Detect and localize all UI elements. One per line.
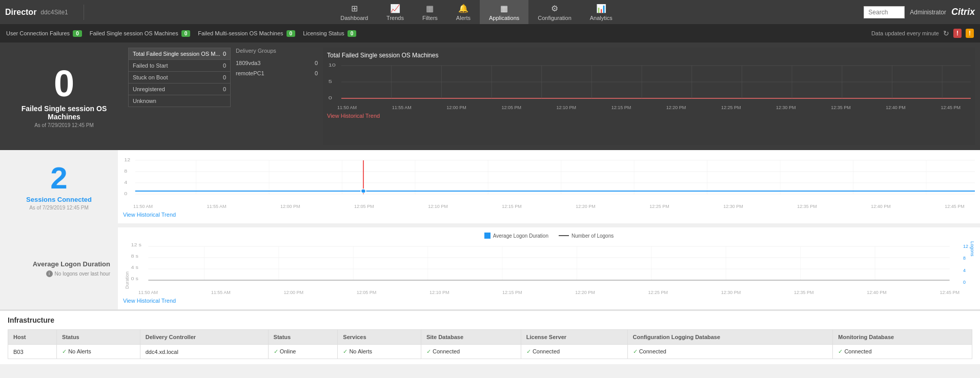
svg-text:0: 0 — [124, 191, 127, 196]
refresh-icon[interactable]: ↻ — [943, 29, 949, 37]
cell-status: ✓ No Alerts — [57, 345, 140, 359]
alert-failed-multi-badge: 0 — [287, 30, 296, 37]
failed-chart-title: Total Failed Single session OS Machines — [327, 52, 971, 59]
logon-row: Average Logon Duration i No logons over … — [0, 227, 980, 309]
nav-user[interactable]: Administrator — [910, 9, 946, 16]
svg-point-40 — [361, 189, 365, 193]
sessions-chart-svg: 12 8 4 0 — [123, 155, 975, 201]
svg-text:8 s: 8 s — [131, 254, 138, 259]
failed-chart-x-labels: 11:50 AM 11:55 AM 12:00 PM 12:05 PM 12:1… — [327, 105, 971, 110]
legend-avg-box — [484, 233, 491, 239]
cell-monitor-db-text: Connected — [844, 348, 871, 354]
nav-item-analytics[interactable]: 📊 Analytics — [581, 0, 622, 24]
alert-failed-multi[interactable]: Failed Multi-session OS Machines 0 — [198, 30, 295, 37]
check-icon-license: ✓ — [526, 348, 533, 354]
infrastructure-section: Infrastructure Host Status Delivery Cont… — [0, 309, 980, 364]
logon-chart-container: Duration 12 s 8 s 4 s 0 s — [123, 241, 975, 289]
delivery-label-1: remotePC1 — [236, 70, 264, 76]
alert-failed-single-badge: 0 — [181, 30, 191, 37]
dropdown-row-unknown[interactable]: Unknown — [129, 95, 230, 107]
y-left-label: Duration — [123, 241, 130, 289]
delivery-groups-panel: Delivery Groups 1809vda3 0 remotePC1 0 — [236, 48, 318, 145]
x-label-11: 12:45 PM — [941, 105, 961, 110]
dropdown-header-count: 0 — [223, 51, 226, 57]
alert-licensing-badge: 0 — [348, 30, 357, 37]
sessions-row: 2 Sessions Connected As of 7/29/2019 12:… — [0, 150, 980, 223]
check-icon-configlog: ✓ — [633, 348, 639, 354]
nav-item-configuration[interactable]: ⚙ Configuration — [528, 0, 580, 24]
dropdown-header[interactable]: Total Failed Single session OS M... 0 — [129, 48, 230, 59]
logon-sub: i No logons over last hour — [46, 270, 110, 277]
nav-label-alerts: Alerts — [456, 15, 471, 21]
dropdown-row-unregistered[interactable]: Unregistered 0 — [129, 83, 230, 95]
cell-ctrl-status-text: Online — [280, 348, 296, 354]
cell-controller: ddc4.xd.local — [140, 345, 268, 359]
failed-count: 0 — [54, 65, 74, 102]
logon-section: Average Logon Duration i No logons over … — [0, 223, 980, 309]
nav-item-dashboard[interactable]: ⊞ Dashboard — [331, 0, 377, 24]
dropdown-row-label-1: Stuck on Boot — [133, 74, 168, 80]
svg-text:4 s: 4 s — [131, 265, 138, 270]
delivery-row-1[interactable]: remotePC1 0 — [236, 68, 318, 78]
app-logo: Director ddc4Site1 — [5, 8, 68, 17]
x-label-3: 12:05 PM — [501, 105, 521, 110]
logon-view-link[interactable]: View Historical Trend — [123, 298, 176, 304]
delivery-row-0[interactable]: 1809vda3 0 — [236, 58, 318, 68]
table-row: B03 ✓ No Alerts ddc4.xd.local ✓ Online ✓… — [8, 345, 972, 359]
alert-failed-single[interactable]: Failed Single session OS Machines 0 — [90, 30, 191, 37]
sessions-count: 2 — [50, 163, 67, 194]
delivery-groups-title: Delivery Groups — [236, 48, 318, 54]
logon-x-labels: 11:50 AM 11:55 AM 12:00 PM 12:05 PM 12:1… — [123, 290, 975, 295]
svg-text:10: 10 — [329, 62, 336, 68]
sessions-chart-area: 12 8 4 0 — [118, 150, 980, 223]
check-icon-ctrl: ✓ — [274, 348, 280, 354]
nav-item-trends[interactable]: 📈 Trends — [377, 0, 413, 24]
nav-item-alerts[interactable]: 🔔 Alerts — [447, 0, 480, 24]
nav-divider — [84, 5, 84, 20]
x-label-4: 12:10 PM — [557, 105, 577, 110]
update-text: Data updated every minute — [871, 30, 939, 36]
failed-label: Failed Single session OS Machines — [10, 104, 118, 121]
y-right-12: 12 — [963, 244, 968, 249]
delivery-count-1: 0 — [315, 70, 318, 76]
svg-text:8: 8 — [124, 169, 127, 174]
delivery-label-0: 1809vda3 — [236, 60, 260, 66]
search-input[interactable] — [864, 6, 905, 18]
dropdown-row-failed-start[interactable]: Failed to Start 0 — [129, 59, 230, 71]
nav-label-applications: Applications — [489, 15, 519, 21]
logon-chart-inner: 12 s 8 s 4 s 0 s — [130, 241, 968, 289]
nav-right: Administrator Citrix — [864, 6, 975, 18]
filters-icon: ▦ — [426, 4, 434, 13]
failed-dropdown-table: Total Failed Single session OS M... 0 Fa… — [128, 48, 231, 107]
alert-user-connection[interactable]: User Connection Failures 0 — [6, 30, 82, 37]
cell-services: ✓ No Alerts — [338, 345, 421, 359]
logon-legend: Average Logon Duration Number of Logons — [123, 233, 975, 239]
nav-item-applications[interactable]: ▦ Applications — [480, 0, 528, 24]
infra-title: Infrastructure — [8, 316, 972, 324]
app-site: ddc4Site1 — [40, 9, 68, 16]
dropdown-header-label: Total Failed Single session OS M... — [133, 51, 220, 57]
analytics-icon: 📊 — [596, 4, 606, 13]
cell-site-db-text: Connected — [433, 348, 460, 354]
dropdown-row-stuck-boot[interactable]: Stuck on Boot 0 — [129, 71, 230, 83]
y-right-labels: 12 8 4 0 — [963, 241, 968, 287]
failed-count-panel: 0 Failed Single session OS Machines As o… — [5, 48, 123, 145]
x-label-7: 12:25 PM — [721, 105, 741, 110]
logon-left: Average Logon Duration i No logons over … — [0, 227, 118, 309]
nav-label-trends: Trends — [386, 15, 404, 21]
nav-item-filters[interactable]: ▦ Filters — [413, 0, 447, 24]
failed-view-link[interactable]: View Historical Trend — [327, 113, 380, 119]
col-monitor-db: Monitoring Database — [833, 330, 972, 345]
logon-sub-text: No logons over last hour — [55, 271, 110, 277]
dropdown-row-label-3: Unknown — [133, 98, 156, 104]
y-right-label: Logons — [968, 241, 975, 289]
alert-licensing[interactable]: Licensing Status 0 — [303, 30, 356, 37]
logon-chart-svg: 12 s 8 s 4 s 0 s — [130, 241, 968, 287]
cell-config-log-text: Connected — [639, 348, 666, 354]
svg-text:12: 12 — [124, 157, 130, 162]
x-label-2: 12:00 PM — [446, 105, 466, 110]
col-controller: Delivery Controller — [140, 330, 268, 345]
col-services: Services — [338, 330, 421, 345]
dropdown-row-label-0: Failed to Start — [133, 62, 168, 69]
sessions-view-link[interactable]: View Historical Trend — [123, 212, 176, 218]
